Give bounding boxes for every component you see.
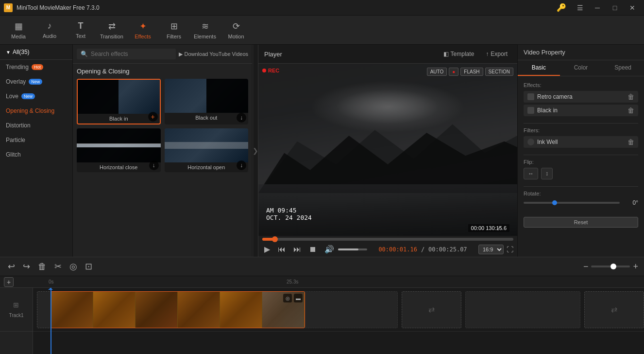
divider-3: [524, 186, 638, 187]
download-horizontal-close-btn[interactable]: ↓: [149, 160, 159, 170]
time-marker-start: 0s: [49, 279, 54, 284]
rotate-row: Rotate: 0°: [524, 191, 638, 206]
progress-handle[interactable]: [272, 236, 278, 242]
motion-icon: ⟳: [233, 21, 240, 32]
download-youtube-btn[interactable]: ▶ Download YouTube Videos: [179, 51, 249, 57]
tab-color[interactable]: Color: [560, 60, 602, 76]
property-tabs: Basic Color Speed: [518, 60, 644, 76]
titlebar-left: M MiniTool MovieMaker Free 7.3.0: [4, 3, 100, 12]
clip-frame-3: [136, 292, 178, 328]
trending-badge: Hot: [32, 64, 43, 70]
sidebar-item-particle[interactable]: Particle: [0, 133, 72, 147]
sidebar-item-trending[interactable]: Trending Hot: [0, 60, 72, 74]
effect-card-black-out[interactable]: Black out ↓: [165, 79, 249, 124]
menu-button[interactable]: ☰: [572, 1, 588, 15]
clip-icon-1[interactable]: ◎: [283, 294, 292, 302]
flash-btn[interactable]: FLASH: [460, 68, 483, 76]
toolbar-motion[interactable]: ⟳ Motion: [221, 18, 251, 43]
effect-thumb-black-in: [78, 80, 160, 114]
toolbar-transition[interactable]: ⇄ Transition: [97, 18, 126, 43]
collapse-handle[interactable]: ❯: [253, 45, 258, 257]
right-panel-header: Video Property: [518, 45, 644, 60]
text-icon: T: [78, 21, 84, 31]
crop-button[interactable]: ⊡: [83, 259, 94, 274]
track-icon-1[interactable]: ⊞: [13, 301, 19, 309]
next-frame-button[interactable]: ⏭: [291, 244, 303, 255]
delete-black-in-btn[interactable]: 🗑: [627, 106, 634, 114]
zoom-in-button[interactable]: +: [633, 262, 638, 272]
cut-button[interactable]: ✂: [52, 259, 64, 274]
toolbar-filters[interactable]: ⊞ Filters: [159, 18, 188, 43]
expand-btn[interactable]: ⤢: [496, 224, 502, 232]
sidebar-item-opening-closing[interactable]: Opening & Closing: [0, 104, 72, 118]
tab-basic[interactable]: Basic: [518, 60, 560, 76]
toolbar-media[interactable]: ▦ Media: [4, 18, 33, 43]
search-wrap[interactable]: 🔍: [77, 49, 176, 59]
playhead: [51, 288, 51, 354]
timestamp-overlay: AM 09:45 OCT. 24 2024: [266, 207, 312, 221]
sidebar-item-distortion[interactable]: Distortion: [0, 118, 72, 133]
toolbar-effects[interactable]: ✦ Effects: [128, 18, 157, 43]
toolbar-audio[interactable]: ♪ Audio: [35, 18, 64, 43]
section-btn[interactable]: SECTION: [485, 68, 513, 76]
prev-frame-button[interactable]: ⏮: [276, 244, 288, 255]
clip-icon-2[interactable]: ▬: [294, 294, 303, 302]
undo-button[interactable]: ↩: [6, 259, 17, 274]
template-button[interactable]: ◧ Template: [440, 49, 478, 59]
all-section[interactable]: ▼ All(35): [0, 45, 72, 60]
export-button[interactable]: ↑ Export: [482, 49, 511, 59]
time-separator: /: [421, 246, 424, 253]
flip-vertical-btn[interactable]: ↕: [541, 168, 553, 179]
flip-horizontal-btn[interactable]: ↔: [524, 168, 538, 179]
rotate-slider[interactable]: [524, 202, 620, 204]
add-track-btn[interactable]: +: [4, 277, 14, 287]
close-button[interactable]: ✕: [625, 1, 640, 15]
auto-btn[interactable]: AUTO: [427, 68, 447, 76]
transition-slot-3[interactable]: ⇄: [402, 291, 461, 328]
toolbar-text[interactable]: T Text: [66, 18, 95, 43]
reset-button[interactable]: Reset: [524, 217, 638, 228]
progress-bar[interactable]: [262, 238, 513, 241]
maximize-button[interactable]: □: [607, 1, 623, 15]
download-horizontal-open-btn[interactable]: ↓: [237, 160, 246, 170]
effect-icon-2: [527, 107, 534, 114]
delete-retro-camera-btn[interactable]: 🗑: [627, 93, 634, 101]
fullscreen-btn[interactable]: ⛶: [507, 246, 513, 253]
effect-card-horizontal-close[interactable]: Horizontal close ↓: [77, 128, 161, 172]
delete-button[interactable]: 🗑: [36, 259, 49, 274]
sidebar-item-love[interactable]: Love New: [0, 89, 72, 104]
minimize-button[interactable]: ─: [590, 1, 605, 15]
effect-label-black-in: Black in: [78, 114, 160, 124]
app-title: MiniTool MovieMaker Free 7.3.0: [17, 4, 100, 11]
volume-icon[interactable]: 🔊: [322, 244, 336, 255]
filters-icon: ⊞: [170, 21, 178, 32]
effect-card-horizontal-open[interactable]: Horizontal open ↓: [165, 128, 249, 172]
delete-ink-well-btn[interactable]: 🗑: [627, 138, 634, 146]
toolbar-elements[interactable]: ≋ Elements: [190, 18, 220, 43]
sidebar-item-overlay[interactable]: Overlay New: [0, 74, 72, 89]
transition-slot-4[interactable]: ⇄: [584, 291, 644, 328]
timeline: + 0s 25.3s ⊞ Track1: [0, 276, 644, 354]
effect-thumb-black-out: [165, 79, 249, 113]
sidebar-item-glitch[interactable]: Glitch: [0, 147, 72, 162]
download-black-out-btn[interactable]: ↓: [237, 113, 246, 123]
record-btn[interactable]: ●: [449, 68, 458, 76]
audio-detach-button[interactable]: ◎: [68, 259, 79, 274]
aspect-ratio-select[interactable]: 16:9 9:16 1:1: [478, 245, 504, 254]
search-input[interactable]: [91, 51, 172, 57]
video-clip[interactable]: ◎ ▬: [51, 291, 305, 328]
volume-slider[interactable]: [338, 248, 367, 250]
rotate-handle: [552, 200, 557, 205]
redo-button[interactable]: ↪: [21, 259, 32, 274]
stop-button[interactable]: ⏹: [307, 244, 319, 255]
effect-tag-retro-camera: Retro camera 🗑: [524, 91, 638, 103]
zoom-out-button[interactable]: −: [583, 262, 589, 272]
add-black-in-btn[interactable]: +: [148, 112, 158, 122]
effect-card-black-in[interactable]: Black in +: [77, 79, 161, 124]
tab-speed[interactable]: Speed: [602, 60, 644, 76]
zoom-slider[interactable]: [591, 266, 630, 267]
effect-name-black-in: Black in: [537, 107, 625, 114]
effect-thumb-horizontal-open: [165, 128, 249, 162]
transition-arrow-3: ⇄: [428, 305, 435, 314]
play-button[interactable]: ▶: [262, 244, 272, 255]
